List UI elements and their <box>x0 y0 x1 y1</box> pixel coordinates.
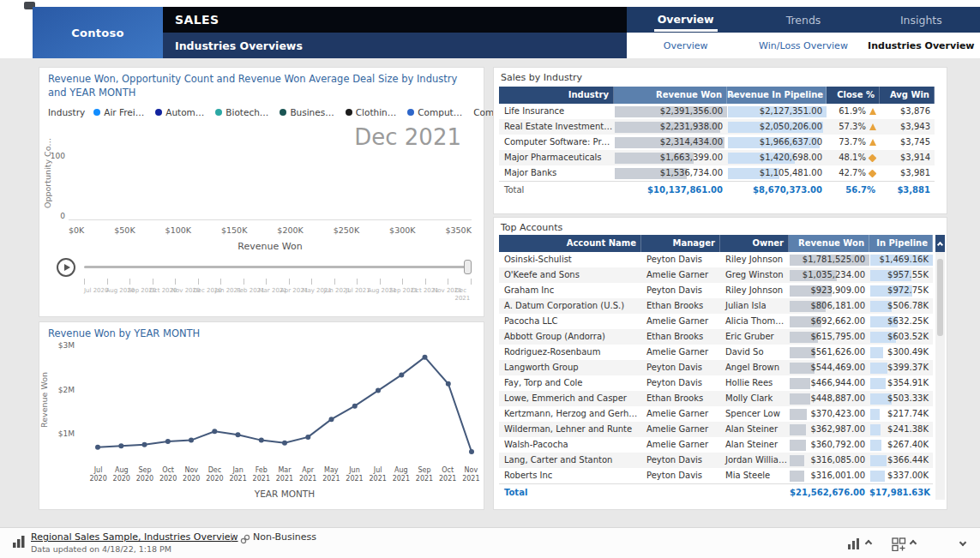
table-row[interactable]: Fay, Torp and Cole Peyton Davis Hollie R… <box>499 375 933 391</box>
play-button[interactable] <box>57 258 75 277</box>
legend-dot-icon <box>407 109 414 116</box>
y-axis-tick-label: $3M <box>51 341 75 350</box>
scrollbar[interactable] <box>935 235 945 500</box>
table-row[interactable]: Langworth Group Peyton Davis Angel Brown… <box>499 360 933 375</box>
table-row[interactable]: Roberts Inc Peyton Davis Mia Steele $316… <box>499 468 933 483</box>
y-axis-title: Revenue Won <box>39 348 51 451</box>
cell-revenue-won: $806,181.00 <box>789 298 869 314</box>
visuals-pane-button[interactable] <box>847 537 863 550</box>
chevron-up-icon <box>865 540 872 547</box>
slider-month-label: Jun 2021 <box>324 287 346 303</box>
table-row[interactable]: Pacocha LLC Amelie Garner Alicia Thomber… <box>499 314 933 329</box>
page-tab-overview[interactable]: Overview <box>627 33 744 58</box>
cell-value: $2,314,434.00 <box>660 135 723 150</box>
table-row[interactable]: O'Keefe and Sons Amelie Garner Greg Wins… <box>499 267 933 283</box>
slider-tick <box>107 279 108 285</box>
cell-manager: Ethan Brooks <box>641 329 720 345</box>
table-row[interactable]: Osinski-Schulist Peyton Davis Riley John… <box>499 252 933 267</box>
legend-item[interactable]: Clothin… <box>346 107 397 117</box>
cell-value: $692,662.00 <box>810 314 865 329</box>
play-axis-slider-handle[interactable] <box>464 260 472 274</box>
table-row[interactable]: Real Estate Investment Trusts $2,231,938… <box>499 119 935 135</box>
play-axis-frame-label: Dec 2021 <box>354 124 461 150</box>
table-row[interactable]: A. Datum Corporation (U.S.) Ethan Brooks… <box>499 298 933 314</box>
axis-tick-label: Jul2020 <box>87 466 110 484</box>
legend-item[interactable]: Autom… <box>155 107 204 117</box>
cell-account-name: Rodriguez-Rosenbaum <box>499 345 641 360</box>
legend-item-label: Busines… <box>290 107 334 117</box>
cell-revenue-won: $2,391,356.00 <box>614 104 727 119</box>
tab-overview[interactable]: Overview <box>627 7 744 33</box>
cell-account-name: Walsh-Pacocha <box>499 437 641 453</box>
slider-month-label: Nov 2021 <box>433 287 454 303</box>
tab-insights[interactable]: Insights <box>863 7 980 33</box>
column-header-in-pipeline[interactable]: In Pipeline <box>869 235 933 252</box>
slider-month-label: Aug 2020 <box>105 287 127 303</box>
column-header-close-pct[interactable]: Close % <box>827 87 880 104</box>
sensitivity-label[interactable]: Non-Business <box>253 531 316 543</box>
cell-value: $1,420,698.00 <box>760 150 822 165</box>
column-header-account-name[interactable]: Account Name <box>499 235 641 252</box>
chevron-down-icon <box>959 539 966 546</box>
axis-tick-label: Oct2020 <box>157 466 180 484</box>
column-header-owner[interactable]: Owner <box>720 235 789 252</box>
visuals-pane-expand-button[interactable] <box>866 541 871 546</box>
cell-value: $972.75K <box>887 283 929 298</box>
table-row[interactable]: Graham Inc Peyton Davis Riley Johnson $9… <box>499 283 933 298</box>
cell-in-pipeline: $957.55K <box>869 267 933 283</box>
page-tab-industries-overview[interactable]: Industries Overview <box>863 33 980 58</box>
fields-pane-expand-button[interactable] <box>911 541 916 546</box>
table-row[interactable]: Life Insurance $2,391,356.00 $2,127,351.… <box>499 104 935 119</box>
cell-industry: Real Estate Investment Trusts <box>499 119 614 135</box>
grid-add-icon <box>892 537 906 551</box>
table-row[interactable]: Lowe, Emmerich and Casper Ethan Brooks M… <box>499 391 933 406</box>
column-header-revenue-in-pipeline[interactable]: Revenue In Pipeline <box>727 87 827 104</box>
data-bar <box>790 471 804 482</box>
cell-in-pipeline: $366.44K <box>869 453 933 468</box>
data-bar <box>870 471 885 482</box>
table-header-row: Industry Revenue Won Revenue In Pipeline… <box>499 87 935 104</box>
report-breadcrumb-link[interactable]: Regional Sales Sample, Industries Overvi… <box>31 531 238 543</box>
tab-trends[interactable]: Trends <box>744 7 862 33</box>
data-bar <box>790 440 806 451</box>
total-in-pipeline: $17,981.63K <box>869 484 933 500</box>
table-row[interactable]: Abbott Group (Andorra) Ethan Brooks Eric… <box>499 329 933 345</box>
table-row[interactable]: Major Pharmaceuticals $1,663,399.00 $1,4… <box>499 150 935 165</box>
legend-item[interactable]: Biotech… <box>215 107 268 117</box>
scatter-plot-area: Dec 2021 <box>69 121 472 220</box>
cell-revenue-in-pipeline: $2,127,351.00 <box>727 104 827 119</box>
cell-industry: Computer Software: Progra… <box>499 135 614 150</box>
page-tab-winloss-overview[interactable]: Win/Loss Overview <box>744 33 862 58</box>
cell-value: $923,909.00 <box>810 283 865 298</box>
legend-item[interactable]: Comput… <box>407 107 462 117</box>
table-row[interactable]: Walsh-Pacocha Amelie Garner Alan Steiner… <box>499 437 933 453</box>
slider-month-label: May 2021 <box>302 287 323 303</box>
cell-owner: Jordan Williams <box>720 453 789 468</box>
cell-close-pct: 57.3% <box>827 119 880 135</box>
axis-tick-label: Jan2021 <box>226 466 250 484</box>
table-row[interactable]: Kertzmann, Herzog and Gerhold Amelie Gar… <box>499 406 933 422</box>
collapse-footer-button[interactable] <box>960 540 965 545</box>
legend-title: Industry <box>48 107 85 117</box>
column-header-industry[interactable]: Industry <box>499 87 614 104</box>
cell-value: 73.7% <box>839 135 866 150</box>
column-header-revenue-won[interactable]: Revenue Won <box>789 235 869 252</box>
column-header-manager[interactable]: Manager <box>641 235 720 252</box>
column-header-revenue-won[interactable]: Revenue Won <box>614 87 727 104</box>
total-revenue-won: $21,562,676.00 <box>789 484 869 500</box>
table-row[interactable]: Wilderman, Lehner and Runte Amelie Garne… <box>499 422 933 437</box>
cell-in-pipeline: $267.40K <box>869 437 933 453</box>
table-row[interactable]: Rodriguez-Rosenbaum Amelie Garner David … <box>499 345 933 360</box>
legend-item[interactable]: Busines… <box>280 107 334 117</box>
legend-item[interactable]: Air Frei… <box>93 107 144 117</box>
fields-pane-button[interactable] <box>892 537 906 551</box>
slider-month-label: Jan 2021 <box>215 287 237 303</box>
column-header-avg-win[interactable]: Avg Win <box>880 87 935 104</box>
table-row[interactable]: Lang, Carter and Stanton Peyton Davis Jo… <box>499 453 933 468</box>
play-axis-slider-track[interactable] <box>84 266 472 268</box>
scroll-up-button[interactable] <box>935 235 945 252</box>
scrollbar-thumb[interactable] <box>937 259 943 336</box>
table-row[interactable]: Computer Software: Progra… $2,314,434.00… <box>499 135 935 150</box>
cell-in-pipeline: $399.37K <box>869 360 933 375</box>
table-row[interactable]: Major Banks $1,536,734.00 $1,105,481.00 … <box>499 165 935 181</box>
